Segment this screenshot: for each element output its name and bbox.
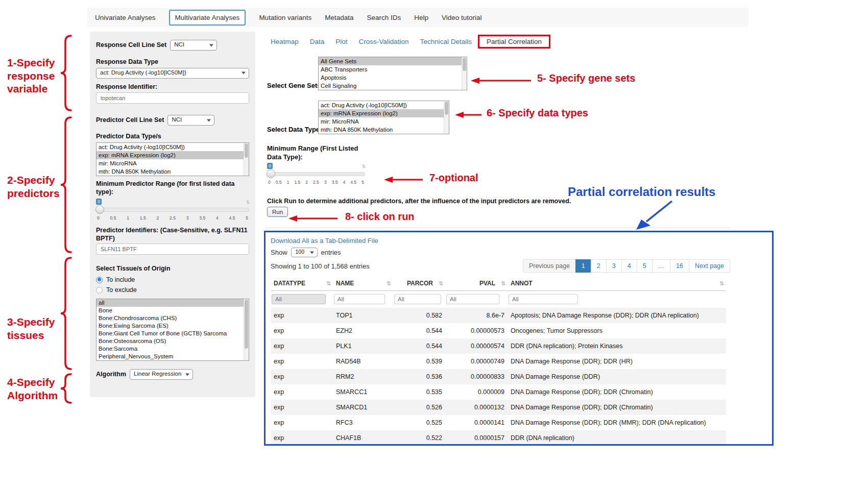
table-row: exp PLK1 0.544 0.00000574 DDR (DNA repli… xyxy=(271,338,726,354)
tick-label: 2.5 xyxy=(313,180,319,185)
column-label: PARCOR xyxy=(407,280,433,287)
tick-label: 2.5 xyxy=(170,215,176,221)
scrollbar[interactable] xyxy=(444,101,449,134)
predictor-identifiers-input[interactable] xyxy=(96,243,249,255)
nav-search-ids[interactable]: Search IDs xyxy=(367,14,401,21)
download-link[interactable]: Download All as a Tab-Delimited File xyxy=(271,237,378,245)
page-button-4[interactable]: 4 xyxy=(621,259,637,273)
column-header-datatype[interactable]: DATATYPE⇅ xyxy=(271,276,333,291)
slider-track[interactable] xyxy=(267,172,365,176)
nav-univariate-analyses[interactable]: Univariate Analyses xyxy=(95,14,156,21)
listbox-option[interactable]: mir: MicroRNA xyxy=(319,117,449,126)
scrollbar-thumb[interactable] xyxy=(463,58,466,71)
nav-video-tutorial[interactable]: Video tutorial xyxy=(442,14,482,21)
response-identifier-input[interactable] xyxy=(96,92,249,104)
slider-ticks: 0 0.5 1 1.5 2 2.5 3 3.5 4 4.5 5 xyxy=(268,180,364,185)
filter-pval-input[interactable] xyxy=(446,294,499,304)
listbox-option[interactable]: mir: MicroRNA xyxy=(97,159,249,167)
page-button-1[interactable]: 1 xyxy=(575,259,591,273)
select-value: act: Drug Activity (-log10[IC50M]) xyxy=(100,69,186,76)
response-cell-line-set-select[interactable]: NCI xyxy=(170,40,217,51)
page-button-5[interactable]: 5 xyxy=(637,259,653,273)
listbox-option-selected[interactable]: exp: mRNA Expression (log2) xyxy=(97,151,249,159)
column-header-pval[interactable]: PVAL⇅ xyxy=(445,276,508,291)
filter-datatype-input[interactable] xyxy=(272,294,326,304)
column-header-annot[interactable]: ANNOT⇅ xyxy=(508,276,726,291)
scrollbar-thumb[interactable] xyxy=(445,102,448,115)
scrollbar[interactable] xyxy=(244,299,249,360)
filter-annot-input[interactable] xyxy=(509,294,578,304)
show-entries-row: Show 100 entries xyxy=(271,248,726,257)
slider-value-badge: 0 xyxy=(267,163,273,169)
entries-label: entries xyxy=(321,249,341,256)
entries-count-select[interactable]: 100 xyxy=(291,248,318,257)
nav-metadata[interactable]: Metadata xyxy=(325,14,353,21)
listbox-option[interactable]: Bone:Chondrosarcoma (CHS) xyxy=(97,314,249,322)
page-button-3[interactable]: 3 xyxy=(606,259,622,273)
listbox-option[interactable]: Apoptosis xyxy=(319,74,467,82)
page-button-16[interactable]: 16 xyxy=(670,259,689,273)
tab-plot[interactable]: Plot xyxy=(330,35,352,48)
listbox-option[interactable]: Bone xyxy=(97,307,249,314)
annotation-arrow-5 xyxy=(471,77,532,85)
nav-mutation-variants[interactable]: Mutation variants xyxy=(259,14,311,21)
column-header-name[interactable]: NAME⇅ xyxy=(333,276,393,291)
cell-name: TOP1 xyxy=(333,308,393,323)
column-header-parcor[interactable]: PARCOR⇅ xyxy=(393,276,445,291)
algorithm-row: Algorithm Linear Regression xyxy=(96,369,249,380)
tab-partial-correlation[interactable]: Partial Correlation xyxy=(481,35,547,48)
algorithm-select[interactable]: Linear Regression xyxy=(130,369,193,380)
scrollbar[interactable] xyxy=(462,57,467,90)
slider-handle[interactable] xyxy=(267,169,275,178)
listbox-option[interactable]: act: Drug Activity (-log10[IC50M]) xyxy=(319,101,449,109)
listbox-option[interactable]: ABC Transporters xyxy=(319,65,467,74)
sort-icon[interactable]: ⇅ xyxy=(326,280,331,287)
listbox-option[interactable]: Cell Signaling xyxy=(319,82,467,90)
cell-name: RFC3 xyxy=(333,415,393,430)
include-radio[interactable] xyxy=(96,277,103,283)
listbox-option[interactable]: Bone:Sarcoma xyxy=(97,345,249,353)
exclude-radio[interactable] xyxy=(96,287,103,294)
listbox-option-selected[interactable]: exp: mRNA Expression (log2) xyxy=(319,109,449,117)
listbox-option[interactable]: Bone:Ewing Sarcoma (ES) xyxy=(97,322,249,330)
cell-pval: 0.00000574 xyxy=(445,338,508,354)
scrollbar-thumb[interactable] xyxy=(245,300,248,349)
tick-label: 1 xyxy=(127,215,129,221)
slider-track[interactable] xyxy=(96,208,249,212)
next-page-button[interactable]: Next page xyxy=(689,259,730,273)
sort-icon[interactable]: ⇅ xyxy=(501,280,505,287)
response-data-type-select[interactable]: act: Drug Activity (-log10[IC50M]) xyxy=(96,68,249,79)
page-button-2[interactable]: 2 xyxy=(591,259,607,273)
filter-parcor-input[interactable] xyxy=(394,294,441,304)
scrollbar[interactable] xyxy=(244,143,249,176)
tab-data[interactable]: Data xyxy=(305,35,330,48)
column-label: NAME xyxy=(336,280,354,287)
cell-pval: 0.0000141 xyxy=(445,415,508,430)
tab-cross-validation[interactable]: Cross-Validation xyxy=(354,35,414,48)
slider-handle[interactable] xyxy=(95,205,104,214)
tab-technical-details[interactable]: Technical Details xyxy=(415,35,477,48)
listbox-option[interactable]: act: Drug Activity (-log10[IC50M]) xyxy=(97,143,249,151)
previous-page-button[interactable]: Previous page xyxy=(523,259,576,273)
sort-icon[interactable]: ⇅ xyxy=(439,280,443,287)
sort-icon[interactable]: ⇅ xyxy=(387,280,391,287)
listbox-option[interactable]: mth: DNA 850K Methylation xyxy=(97,167,249,176)
filter-name-input[interactable] xyxy=(334,294,385,304)
scrollbar-thumb[interactable] xyxy=(245,143,248,158)
listbox-option-selected[interactable]: all xyxy=(97,299,249,307)
show-label: Show xyxy=(271,249,287,256)
nav-multivariate-analyses[interactable]: Multivariate Analyses xyxy=(169,10,246,26)
select-value: NCI xyxy=(174,41,184,47)
sort-icon[interactable]: ⇅ xyxy=(719,280,724,287)
listbox-option-selected[interactable]: All Gene Sets xyxy=(319,57,467,65)
listbox-option[interactable]: Peripheral_Nervous_System xyxy=(97,353,249,360)
nav-help[interactable]: Help xyxy=(414,14,428,21)
listbox-option[interactable]: Bone:Osteosarcoma (OS) xyxy=(97,337,249,345)
listbox-option[interactable]: Bone:Giant Cell Tumor of Bone (GCTB) Sar… xyxy=(97,330,249,337)
listbox-option[interactable]: mth: DNA 850K Methylation xyxy=(319,126,449,134)
cell-pval: 0.00000749 xyxy=(445,354,508,369)
run-button[interactable]: Run xyxy=(267,207,288,217)
table-row: exp TOP1 0.582 8.6e-7 Apoptosis; DNA Dam… xyxy=(271,308,726,323)
predictor-cell-line-set-select[interactable]: NCI xyxy=(167,115,214,126)
tab-heatmap[interactable]: Heatmap xyxy=(266,35,304,48)
